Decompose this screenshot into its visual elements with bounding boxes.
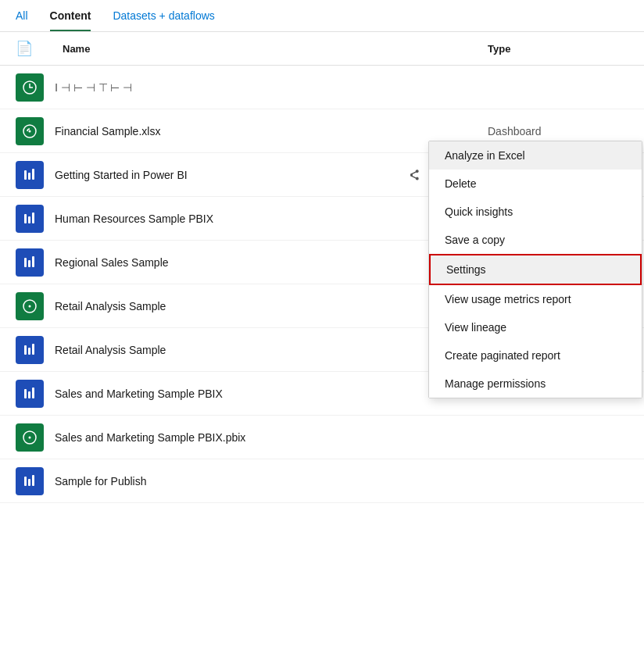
svg-point-2 (29, 130, 31, 132)
svg-rect-23 (28, 479, 30, 486)
context-menu-item-manage-permissions[interactable]: Manage permissions (429, 370, 642, 398)
item-name: Ⅰ ⊣ ⊢ ⊣ ⊤ ⊢ ⊣ (55, 81, 488, 94)
svg-rect-7 (28, 216, 30, 223)
svg-rect-5 (32, 169, 34, 180)
share-button[interactable] (403, 164, 425, 186)
svg-point-21 (29, 436, 31, 438)
context-menu-item-view-usage[interactable]: View usage metrics report (429, 285, 642, 313)
svg-rect-8 (32, 212, 34, 223)
svg-rect-3 (24, 170, 27, 180)
row-icon (16, 73, 44, 102)
tabs-bar: All Content Datasets + dataflows (0, 0, 644, 32)
item-name: Retail Analysis Sample (55, 344, 488, 356)
item-name: Retail Analysis Sample (55, 300, 488, 312)
item-name: Sales and Marketing Sample PBIX (55, 388, 488, 400)
context-menu-item-delete[interactable]: Delete (429, 170, 642, 198)
item-type: Dashboard (488, 125, 628, 138)
svg-rect-9 (24, 258, 27, 267)
item-name: Regional Sales Sample (55, 256, 488, 269)
row-icon (16, 248, 44, 277)
row-icon (16, 161, 44, 189)
context-menu: Analyze in Excel Delete Quick insights S… (428, 141, 642, 398)
svg-rect-17 (24, 389, 27, 398)
svg-rect-22 (24, 477, 27, 486)
svg-rect-10 (28, 260, 30, 267)
item-name: Human Resources Sample PBIX (55, 212, 488, 225)
header-icon-col: 📄 (16, 40, 63, 57)
context-menu-item-settings[interactable]: Settings (429, 254, 642, 285)
tab-datasets[interactable]: Datasets + dataflows (113, 9, 214, 31)
row-icon (16, 292, 44, 320)
table-row: Sample for Publish (0, 459, 644, 503)
svg-rect-11 (32, 256, 34, 267)
col-header-type: Type (488, 43, 628, 55)
context-menu-item-quick-insights[interactable]: Quick insights (429, 198, 642, 226)
row-icon (16, 380, 44, 408)
svg-rect-15 (28, 348, 30, 355)
table-row: Ⅰ ⊣ ⊢ ⊣ ⊤ ⊢ ⊣ (0, 66, 644, 109)
tab-content[interactable]: Content (50, 9, 91, 31)
row-icon (16, 467, 44, 495)
tab-all[interactable]: All (16, 9, 28, 31)
row-icon (16, 336, 44, 364)
svg-rect-6 (24, 214, 27, 223)
table-header: 📄 Name Type (0, 32, 644, 66)
row-icon (16, 117, 44, 145)
svg-rect-19 (32, 388, 34, 398)
svg-rect-14 (24, 345, 27, 355)
item-name: Sales and Marketing Sample PBIX.pbix (55, 431, 488, 444)
row-icon (16, 423, 44, 452)
item-name: Getting Started in Power BI (55, 169, 403, 181)
context-menu-item-analyze-excel[interactable]: Analyze in Excel (429, 141, 642, 170)
context-menu-item-create-paginated[interactable]: Create paginated report (429, 341, 642, 370)
svg-rect-18 (28, 391, 30, 398)
svg-rect-16 (32, 344, 34, 355)
item-name: Financial Sample.xlsx (55, 125, 488, 138)
col-header-name: Name (63, 43, 488, 55)
row-icon (16, 205, 44, 233)
context-menu-item-save-copy[interactable]: Save a copy (429, 226, 642, 254)
item-name: Sample for Publish (55, 475, 488, 488)
svg-rect-4 (28, 173, 30, 180)
svg-point-13 (29, 305, 31, 307)
document-icon: 📄 (16, 41, 33, 56)
svg-rect-24 (32, 475, 34, 486)
context-menu-item-view-lineage[interactable]: View lineage (429, 313, 642, 341)
table-row: Sales and Marketing Sample PBIX.pbix (0, 416, 644, 459)
